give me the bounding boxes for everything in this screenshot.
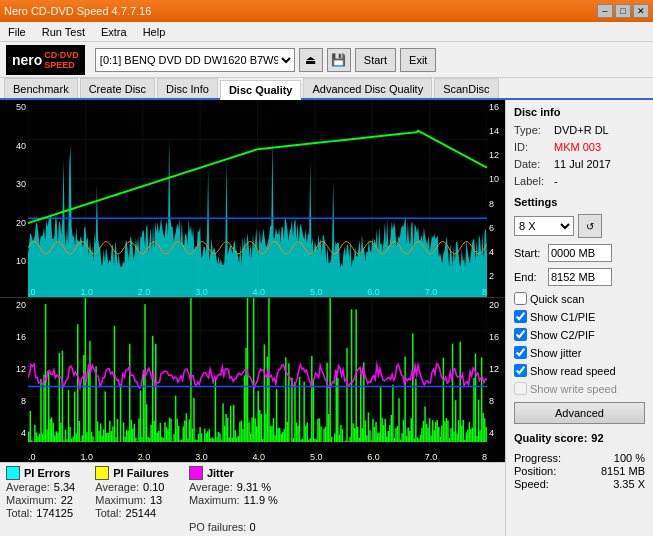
- pi-failures-avg-label: Average:: [95, 481, 139, 493]
- right-panel: Disc info Type: DVD+R DL ID: MKM 003 Dat…: [505, 100, 653, 536]
- menu-extra[interactable]: Extra: [97, 24, 131, 40]
- refresh-icon[interactable]: ↺: [578, 214, 602, 238]
- pi-errors-avg-value: 5.34: [54, 481, 75, 493]
- tab-disc-info[interactable]: Disc Info: [157, 78, 218, 98]
- pi-failures-total-label: Total:: [95, 507, 121, 519]
- disc-date-row: Date: 11 Jul 2017: [514, 158, 645, 170]
- start-label: Start:: [514, 247, 544, 259]
- pi-errors-stats: PI Errors Average: 5.34 Maximum: 22 Tota…: [6, 466, 75, 519]
- jitter-max-value: 11.9 %: [244, 494, 278, 506]
- start-button[interactable]: Start: [355, 48, 396, 72]
- advanced-button[interactable]: Advanced: [514, 402, 645, 424]
- top-chart: 50 40 30 20 10 16 14 12 10 8 6 4: [0, 100, 505, 298]
- bottom-chart: 20 16 12 8 4 20 16 12 8 4: [0, 298, 505, 462]
- speed-value: 3.35 X: [613, 478, 645, 490]
- top-chart-y-axis-right: 16 14 12 10 8 6 4 2: [487, 100, 505, 297]
- quality-score-value: 92: [591, 432, 603, 444]
- pi-failures-label: PI Failures: [113, 467, 169, 479]
- jitter-max-label: Maximum:: [189, 494, 240, 506]
- show-write-speed-row: Show write speed: [514, 382, 645, 395]
- title-text: Nero CD-DVD Speed 4.7.7.16: [4, 5, 151, 17]
- po-failures-label: PO failures:: [189, 521, 246, 533]
- quick-scan-label: Quick scan: [530, 293, 584, 305]
- speed-select[interactable]: 8 X Maximum 16 X 12 X 4 X: [514, 216, 574, 236]
- top-chart-canvas: [28, 100, 487, 297]
- save-icon[interactable]: 💾: [327, 48, 351, 72]
- show-jitter-checkbox[interactable]: [514, 346, 527, 359]
- jitter-stats: Jitter Average: 9.31 % Maximum: 11.9 % P…: [189, 466, 278, 533]
- pi-failures-max-value: 13: [150, 494, 162, 506]
- disc-id-value: MKM 003: [554, 141, 601, 153]
- tab-create-disc[interactable]: Create Disc: [80, 78, 155, 98]
- nero-logo: nero CD·DVDSPEED: [6, 45, 85, 75]
- main-content: 50 40 30 20 10 16 14 12 10 8 6 4: [0, 100, 653, 536]
- disc-label-label: Label:: [514, 175, 550, 187]
- bottom-chart-y-axis-left: 20 16 12 8 4: [0, 298, 28, 462]
- disc-id-label: ID:: [514, 141, 550, 153]
- progress-row: Progress: 100 %: [514, 452, 645, 464]
- title-bar: Nero CD-DVD Speed 4.7.7.16 – □ ✕: [0, 0, 653, 22]
- pi-errors-label: PI Errors: [24, 467, 70, 479]
- jitter-label: Jitter: [207, 467, 234, 479]
- po-failures-row: PO failures: 0: [189, 521, 278, 533]
- pi-failures-total-value: 25144: [126, 507, 157, 519]
- end-input[interactable]: [548, 268, 612, 286]
- jitter-avg-label: Average:: [189, 481, 233, 493]
- show-c1pie-row: Show C1/PIE: [514, 310, 645, 323]
- progress-value: 100 %: [614, 452, 645, 464]
- show-c1pie-checkbox[interactable]: [514, 310, 527, 323]
- disc-label-value: -: [554, 175, 558, 187]
- toolbar: nero CD·DVDSPEED [0:1] BENQ DVD DD DW162…: [0, 42, 653, 78]
- quality-score-label: Quality score:: [514, 432, 587, 444]
- menu-run-test[interactable]: Run Test: [38, 24, 89, 40]
- exit-button[interactable]: Exit: [400, 48, 436, 72]
- pi-failures-avg-value: 0.10: [143, 481, 164, 493]
- tab-disc-quality[interactable]: Disc Quality: [220, 80, 302, 100]
- pi-errors-color: [6, 466, 20, 480]
- tab-advanced-disc-quality[interactable]: Advanced Disc Quality: [303, 78, 432, 98]
- jitter-avg-value: 9.31 %: [237, 481, 271, 493]
- maximize-button[interactable]: □: [615, 4, 631, 18]
- pi-failures-color: [95, 466, 109, 480]
- stats-bar: PI Errors Average: 5.34 Maximum: 22 Tota…: [0, 462, 505, 536]
- eject-icon[interactable]: ⏏: [299, 48, 323, 72]
- pi-errors-max-label: Maximum:: [6, 494, 57, 506]
- show-read-speed-row: Show read speed: [514, 364, 645, 377]
- window-controls: – □ ✕: [597, 4, 649, 18]
- speed-label: Speed:: [514, 478, 549, 490]
- menu-bar: File Run Test Extra Help: [0, 22, 653, 42]
- show-read-speed-label: Show read speed: [530, 365, 616, 377]
- drive-select[interactable]: [0:1] BENQ DVD DD DW1620 B7W9: [95, 48, 295, 72]
- minimize-button[interactable]: –: [597, 4, 613, 18]
- position-label: Position:: [514, 465, 556, 477]
- show-write-speed-checkbox[interactable]: [514, 382, 527, 395]
- show-c2pif-label: Show C2/PIF: [530, 329, 595, 341]
- disc-type-value: DVD+R DL: [554, 124, 609, 136]
- pi-errors-total-label: Total:: [6, 507, 32, 519]
- settings-title: Settings: [514, 196, 645, 208]
- quick-scan-checkbox[interactable]: [514, 292, 527, 305]
- chart-area: 50 40 30 20 10 16 14 12 10 8 6 4: [0, 100, 505, 536]
- end-field-row: End:: [514, 268, 645, 286]
- start-input[interactable]: [548, 244, 612, 262]
- jitter-color: [189, 466, 203, 480]
- end-label: End:: [514, 271, 544, 283]
- menu-file[interactable]: File: [4, 24, 30, 40]
- menu-help[interactable]: Help: [139, 24, 170, 40]
- show-write-speed-label: Show write speed: [530, 383, 617, 395]
- tab-benchmark[interactable]: Benchmark: [4, 78, 78, 98]
- show-read-speed-checkbox[interactable]: [514, 364, 527, 377]
- position-value: 8151 MB: [601, 465, 645, 477]
- tab-bar: Benchmark Create Disc Disc Info Disc Qua…: [0, 78, 653, 100]
- show-c2pif-checkbox[interactable]: [514, 328, 527, 341]
- start-field-row: Start:: [514, 244, 645, 262]
- close-button[interactable]: ✕: [633, 4, 649, 18]
- show-c1pie-label: Show C1/PIE: [530, 311, 595, 323]
- disc-date-label: Date:: [514, 158, 550, 170]
- tab-scan-disc[interactable]: ScanDisc: [434, 78, 498, 98]
- show-jitter-row: Show jitter: [514, 346, 645, 359]
- speed-row: Speed: 3.35 X: [514, 478, 645, 490]
- disc-info-title: Disc info: [514, 106, 645, 118]
- show-c2pif-row: Show C2/PIF: [514, 328, 645, 341]
- disc-date-value: 11 Jul 2017: [554, 158, 611, 170]
